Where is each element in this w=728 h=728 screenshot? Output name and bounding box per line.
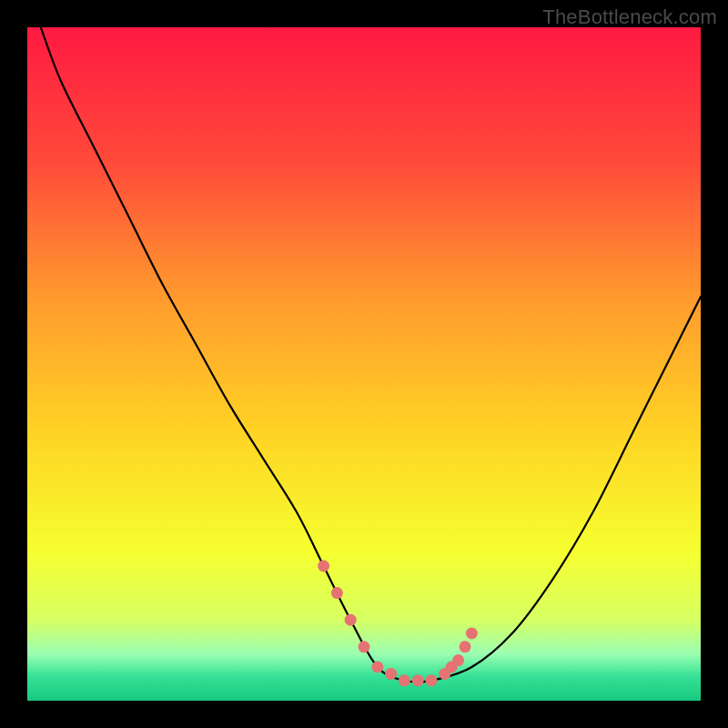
marker-point <box>460 641 471 652</box>
marker-point <box>466 628 478 640</box>
marker-point <box>385 668 397 680</box>
marker-point <box>371 662 383 673</box>
marker-point <box>331 587 343 599</box>
marker-point <box>359 641 370 652</box>
marker-point <box>318 561 329 572</box>
marker-point <box>399 674 410 686</box>
watermark-text: TheBottleneck.com <box>542 5 717 29</box>
marker-point <box>426 674 438 686</box>
plot-area <box>27 27 701 701</box>
marker-point <box>412 674 424 686</box>
marker-point <box>345 614 357 626</box>
bottleneck-curve <box>41 27 701 682</box>
curve-layer <box>27 27 701 701</box>
marker-point <box>452 654 464 666</box>
highlight-markers <box>318 561 478 687</box>
chart-frame: TheBottleneck.com <box>0 0 728 728</box>
